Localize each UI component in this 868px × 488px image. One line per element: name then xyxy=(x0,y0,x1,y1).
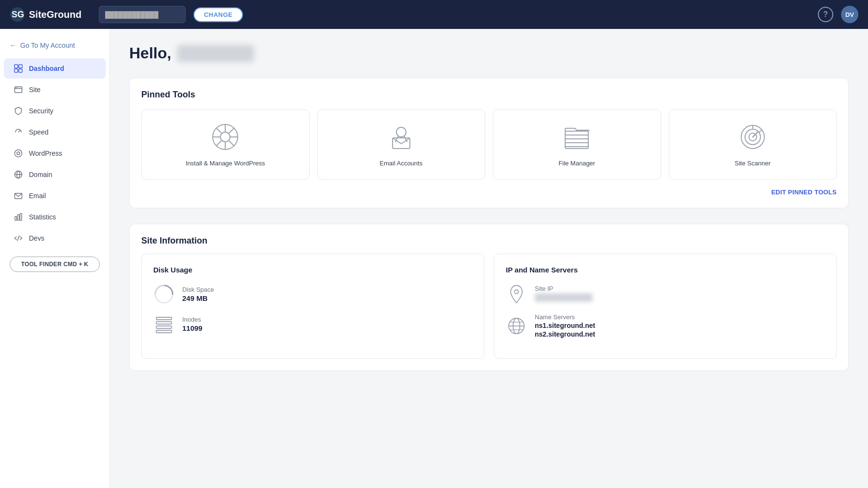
site-selector-value: ████████████ xyxy=(105,11,159,18)
sidebar-item-email[interactable]: Email xyxy=(4,186,106,206)
sidebar-label-speed: Speed xyxy=(29,128,48,136)
svg-rect-49 xyxy=(156,326,172,328)
svg-text:SG: SG xyxy=(12,10,24,19)
email-icon xyxy=(14,191,23,201)
user-name-blurred xyxy=(177,45,254,62)
site-icon xyxy=(14,85,23,95)
svg-point-9 xyxy=(17,87,18,88)
logo[interactable]: SG SiteGround xyxy=(10,7,81,22)
name-servers-label: Name Servers xyxy=(535,313,595,321)
sidebar-label-wordpress: WordPress xyxy=(29,149,62,157)
sidebar-item-site[interactable]: Site xyxy=(4,80,106,100)
inodes-icon xyxy=(153,313,175,335)
inodes-text: Inodes 11099 xyxy=(182,316,203,332)
svg-line-30 xyxy=(216,141,221,146)
sidebar: ← Go To My Account Dashboard xyxy=(0,29,110,488)
svg-rect-4 xyxy=(14,69,18,72)
svg-point-51 xyxy=(515,290,518,294)
svg-point-22 xyxy=(220,132,230,142)
sidebar-item-speed[interactable]: Speed xyxy=(4,122,106,142)
svg-rect-3 xyxy=(19,65,22,68)
svg-point-12 xyxy=(17,152,20,155)
svg-line-27 xyxy=(216,128,221,133)
tool-card-file-manager[interactable]: File Manager xyxy=(493,109,661,180)
svg-rect-18 xyxy=(17,215,19,220)
edit-pinned-area: EDIT PINNED TOOLS xyxy=(141,188,837,196)
devs-icon xyxy=(14,233,23,243)
tool-card-site-scanner[interactable]: Site Scanner xyxy=(669,109,837,180)
sidebar-item-dashboard[interactable]: Dashboard xyxy=(4,58,106,79)
svg-rect-17 xyxy=(15,217,17,220)
svg-point-8 xyxy=(15,87,16,88)
pinned-tools-grid: Install & Manage WordPress Email Account… xyxy=(141,109,837,180)
hello-heading: Hello, xyxy=(129,44,849,62)
sidebar-item-devs[interactable]: Devs xyxy=(4,228,106,248)
svg-line-29 xyxy=(229,128,234,133)
svg-rect-19 xyxy=(20,214,22,221)
disk-space-label: Disk Space xyxy=(182,286,214,293)
ip-name-servers-card: IP and Name Servers Site IP xyxy=(494,254,837,359)
sidebar-item-statistics[interactable]: Statistics xyxy=(4,207,106,227)
tool-label-file-manager: File Manager xyxy=(558,159,595,168)
svg-rect-50 xyxy=(156,330,172,333)
disk-space-value: 249 MB xyxy=(182,294,214,302)
site-ip-blurred xyxy=(535,293,593,302)
tool-finder-button[interactable]: TOOL FINDER CMD + K xyxy=(10,257,100,272)
pinned-tools-title: Pinned Tools xyxy=(141,90,837,100)
tool-card-email-accounts[interactable]: Email Accounts xyxy=(317,109,486,180)
top-navigation: SG SiteGround ████████████ CHANGE ? DV xyxy=(0,0,868,29)
nav-right-actions: ? DV xyxy=(818,6,858,23)
site-ip-text: Site IP xyxy=(535,285,593,303)
sidebar-label-security: Security xyxy=(29,107,54,115)
svg-point-11 xyxy=(15,150,22,157)
avatar[interactable]: DV xyxy=(841,6,858,23)
tool-label-site-scanner: Site Scanner xyxy=(735,159,771,168)
sidebar-item-wordpress[interactable]: WordPress xyxy=(4,143,106,163)
site-ip-row: Site IP xyxy=(506,284,825,305)
logo-text: SiteGround xyxy=(29,9,81,20)
sidebar-label-email: Email xyxy=(29,192,46,200)
edit-pinned-tools-link[interactable]: EDIT PINNED TOOLS xyxy=(771,189,837,196)
main-content: Hello, Pinned Tools xyxy=(110,29,868,488)
inodes-label: Inodes xyxy=(182,316,203,323)
site-scanner-tool-icon xyxy=(737,122,768,152)
site-information-title: Site Information xyxy=(141,236,837,246)
inodes-value: 11099 xyxy=(182,324,203,332)
change-button[interactable]: CHANGE xyxy=(193,7,243,22)
hello-section: Hello, xyxy=(129,44,849,62)
go-to-my-account-link[interactable]: ← Go To My Account xyxy=(0,37,109,54)
sidebar-item-security[interactable]: Security xyxy=(4,101,106,121)
svg-rect-5 xyxy=(19,69,22,72)
ip-name-servers-title: IP and Name Servers xyxy=(506,266,825,274)
name-servers-icon xyxy=(506,315,527,337)
help-button[interactable]: ? xyxy=(818,7,833,22)
tool-label-email-accounts: Email Accounts xyxy=(380,159,422,168)
sidebar-label-statistics: Statistics xyxy=(29,213,56,221)
ns2-value: ns2.siteground.net xyxy=(535,330,595,338)
statistics-icon xyxy=(14,212,23,222)
name-servers-text: Name Servers ns1.siteground.net ns2.site… xyxy=(535,313,595,338)
email-accounts-tool-icon xyxy=(386,122,417,152)
pinned-tools-section: Pinned Tools xyxy=(129,78,849,208)
dashboard-icon xyxy=(14,64,23,73)
speed-icon xyxy=(14,127,23,137)
disk-usage-title: Disk Usage xyxy=(153,266,472,274)
site-selector-input[interactable]: ████████████ xyxy=(99,6,186,23)
ns1-value: ns1.siteground.net xyxy=(535,322,595,329)
sidebar-item-domain[interactable]: Domain xyxy=(4,164,106,185)
svg-line-10 xyxy=(18,130,20,132)
tool-card-wordpress[interactable]: Install & Manage WordPress xyxy=(141,109,310,180)
hello-prefix: Hello, xyxy=(129,44,171,62)
sidebar-label-domain: Domain xyxy=(29,171,52,178)
svg-rect-35 xyxy=(565,131,588,149)
site-ip-icon xyxy=(506,284,527,305)
sidebar-label-site: Site xyxy=(29,86,41,94)
wordpress-icon xyxy=(14,149,23,158)
svg-rect-47 xyxy=(156,317,172,320)
inodes-row: Inodes 11099 xyxy=(153,313,472,335)
site-ip-label: Site IP xyxy=(535,285,593,292)
svg-line-44 xyxy=(759,130,761,132)
security-icon xyxy=(14,106,23,116)
svg-point-31 xyxy=(396,127,406,137)
svg-line-28 xyxy=(229,141,234,146)
